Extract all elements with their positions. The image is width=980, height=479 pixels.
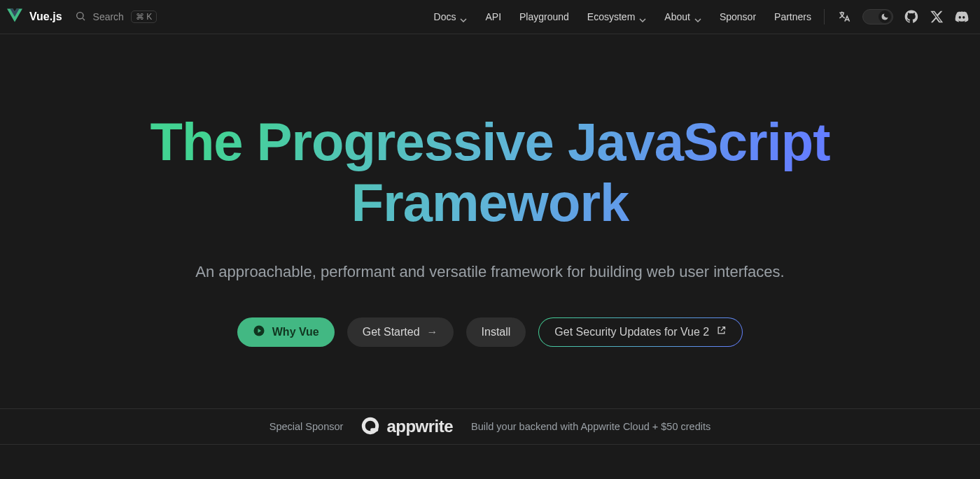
search-shortcut: ⌘ K xyxy=(131,10,157,23)
chevron-down-icon xyxy=(639,13,646,20)
nav-about-label: About xyxy=(664,11,690,22)
search-icon xyxy=(75,10,86,24)
translate-button[interactable] xyxy=(837,10,851,24)
appwrite-icon xyxy=(361,417,379,437)
hero-tagline: An approachable, performant and versatil… xyxy=(0,263,980,281)
top-navbar: Vue.js Search ⌘ K Docs API Playground Ec… xyxy=(0,0,980,34)
arrow-right-icon: → xyxy=(427,326,438,338)
nav-sponsor[interactable]: Sponsor xyxy=(720,11,756,22)
nav-ecosystem-label: Ecosystem xyxy=(587,11,635,22)
chevron-down-icon xyxy=(694,13,701,20)
install-button[interactable]: Install xyxy=(466,317,526,347)
nav-docs-label: Docs xyxy=(434,11,456,22)
moon-icon xyxy=(878,10,891,23)
search-placeholder: Search xyxy=(93,11,124,22)
sponsor-logo: appwrite xyxy=(361,417,453,437)
nav-api-label: API xyxy=(485,11,501,22)
github-link[interactable] xyxy=(904,10,918,24)
chevron-down-icon xyxy=(460,13,467,20)
primary-nav: Docs API Playground Ecosystem About Spon… xyxy=(434,11,811,22)
vue-logo-icon xyxy=(7,8,22,26)
brand-name: Vue.js xyxy=(29,10,62,23)
nav-utility xyxy=(837,9,969,24)
hero-headline: The Progressive JavaScript Framework xyxy=(140,111,840,234)
nav-docs[interactable]: Docs xyxy=(434,11,468,22)
nav-api[interactable]: API xyxy=(485,11,501,22)
nav-partners-label: Partners xyxy=(774,11,811,22)
play-circle-icon xyxy=(253,324,265,340)
svg-line-1 xyxy=(83,18,85,20)
nav-playground[interactable]: Playground xyxy=(519,11,569,22)
external-link-icon xyxy=(716,325,727,338)
install-label: Install xyxy=(482,326,511,338)
nav-playground-label: Playground xyxy=(519,11,569,22)
discord-link[interactable] xyxy=(955,10,969,24)
why-vue-label: Why Vue xyxy=(272,326,319,338)
nav-divider xyxy=(824,9,825,24)
why-vue-button[interactable]: Why Vue xyxy=(237,317,335,347)
vue2-security-label: Get Security Updates for Vue 2 xyxy=(554,326,709,338)
get-started-button[interactable]: Get Started → xyxy=(347,317,454,347)
nav-sponsor-label: Sponsor xyxy=(720,11,756,22)
x-twitter-link[interactable] xyxy=(930,10,944,24)
brand-link[interactable]: Vue.js xyxy=(7,8,62,26)
sponsor-blurb: Build your backend with Appwrite Cloud +… xyxy=(471,421,710,432)
sponsor-strip[interactable]: Special Sponsor appwrite Build your back… xyxy=(0,408,980,445)
nav-ecosystem[interactable]: Ecosystem xyxy=(587,11,646,22)
nav-partners[interactable]: Partners xyxy=(774,11,811,22)
theme-toggle[interactable] xyxy=(862,9,893,24)
nav-about[interactable]: About xyxy=(664,11,701,22)
sponsor-label: Special Sponsor xyxy=(270,421,344,432)
get-started-label: Get Started xyxy=(363,326,420,338)
hero-actions: Why Vue Get Started → Install Get Securi… xyxy=(0,317,980,347)
sponsor-name: appwrite xyxy=(386,417,453,436)
hero: The Progressive JavaScript Framework An … xyxy=(0,34,980,347)
svg-point-0 xyxy=(76,12,83,18)
svg-rect-4 xyxy=(370,428,378,431)
vue2-security-button[interactable]: Get Security Updates for Vue 2 xyxy=(538,317,743,347)
search-trigger[interactable]: Search ⌘ K xyxy=(75,10,158,24)
